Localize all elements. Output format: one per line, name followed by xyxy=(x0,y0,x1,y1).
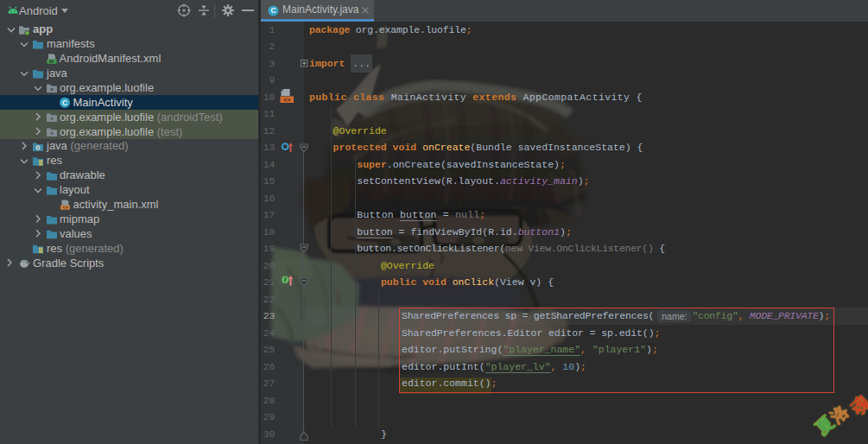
svg-text:<>: <> xyxy=(283,97,290,104)
svg-text:<>: <> xyxy=(62,205,68,211)
svg-text:C: C xyxy=(62,98,67,107)
svg-text:MF: MF xyxy=(49,60,55,64)
